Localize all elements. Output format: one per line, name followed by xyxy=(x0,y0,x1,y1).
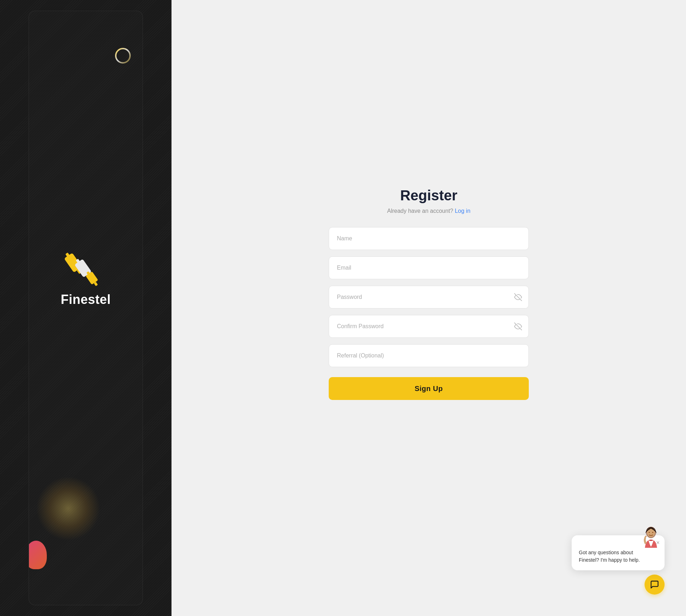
confirm-password-input[interactable] xyxy=(329,315,529,338)
svg-point-14 xyxy=(649,532,650,533)
ring-decoration xyxy=(114,47,132,65)
svg-point-15 xyxy=(652,532,653,533)
password-field-group xyxy=(329,286,529,309)
right-panel: Register Already have an account? Log in xyxy=(172,0,686,616)
login-prompt: Already have an account? Log in xyxy=(329,208,529,214)
glow-effect xyxy=(36,476,100,541)
register-container: Register Already have an account? Log in xyxy=(322,187,536,400)
candlestick-icon xyxy=(61,249,107,292)
referral-input[interactable] xyxy=(329,344,529,367)
brand-name: Finestel xyxy=(61,292,111,307)
confirm-password-toggle-icon[interactable] xyxy=(514,322,522,331)
email-field-group xyxy=(329,256,529,279)
chat-open-button[interactable] xyxy=(645,575,665,595)
chat-widget: × Got any questions about Finestel? I'm … xyxy=(572,535,665,595)
email-input[interactable] xyxy=(329,256,529,279)
signup-button[interactable]: Sign Up xyxy=(329,377,529,400)
left-panel-inner: Finestel xyxy=(29,11,143,605)
chat-bubble: × Got any questions about Finestel? I'm … xyxy=(572,535,665,570)
svg-point-0 xyxy=(116,49,130,63)
left-panel: Finestel xyxy=(0,0,172,616)
bottom-decoration xyxy=(29,541,47,569)
confirm-password-field-group xyxy=(329,315,529,338)
password-toggle-icon[interactable] xyxy=(514,293,522,301)
close-icon[interactable]: × xyxy=(656,540,660,546)
logo-area: Finestel xyxy=(61,249,111,307)
chat-message: Got any questions about Finestel? I'm ha… xyxy=(579,549,657,564)
already-account-text: Already have an account? xyxy=(387,208,453,214)
name-input[interactable] xyxy=(329,227,529,250)
login-link[interactable]: Log in xyxy=(455,208,471,214)
name-field-group xyxy=(329,227,529,250)
password-input[interactable] xyxy=(329,286,529,309)
referral-field-group xyxy=(329,344,529,367)
register-title: Register xyxy=(329,187,529,204)
